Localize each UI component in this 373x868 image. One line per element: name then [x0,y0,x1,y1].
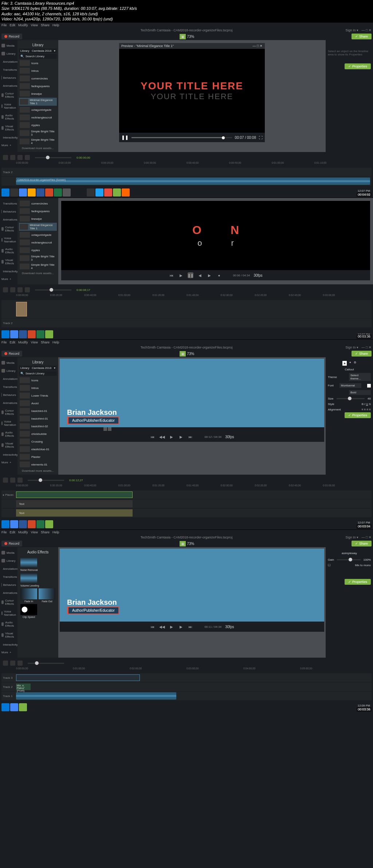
play-button[interactable]: ▶ [178,272,184,278]
library-item[interactable]: Intros [19,384,57,392]
canvas-preview[interactable]: Brian Jackson Author/Publisher/Educator [60,549,324,622]
tab-visual-effects[interactable]: Visual Effects [0,122,17,133]
menu-view[interactable]: View [31,340,38,344]
zoom-level[interactable]: 73% [187,35,194,39]
tab-library[interactable]: Library [0,50,17,58]
pause-button[interactable]: ❚❚ [121,135,129,140]
menu-view[interactable]: View [31,23,38,27]
tl-tool[interactable] [25,287,30,292]
prev-button[interactable]: ⏮ [150,624,156,630]
menu-file[interactable]: File [1,530,7,534]
track-3[interactable]: Track 3 [1,673,372,682]
pause-button[interactable]: ❚❚ [188,272,193,278]
powerpoint-icon[interactable] [28,520,36,528]
fx-clip-speed[interactable]: Clip Speed [20,604,37,618]
effects-icon[interactable]: ✦ [349,361,352,366]
tl-tool[interactable] [17,287,23,292]
tab-annotations[interactable]: Annotations [0,375,17,383]
tab-more[interactable]: More + [0,141,17,149]
tl-split-icon[interactable] [25,155,30,160]
tab-animations[interactable]: Animations [0,589,17,597]
library-item[interactable]: Crossing [19,438,57,445]
library-item[interactable]: elasticblue-01 [19,445,57,453]
download-more[interactable]: Download more assets... [19,468,57,473]
style-buttons[interactable]: B I U S [362,402,371,406]
library-item[interactable]: Minimal Elegance Title 1 [19,223,57,231]
taskbar-app[interactable] [122,188,130,196]
excel-icon[interactable] [36,330,44,338]
track-1-clip[interactable]: CAM2018-recorder-organizeFiles (Screen) [1,177,372,186]
tl-tool[interactable] [3,287,8,292]
rewind-button[interactable]: ◀◀ [159,434,165,440]
menu-modify[interactable]: Modify [18,23,28,27]
menu-edit[interactable]: Edit [10,530,16,534]
word-icon[interactable] [19,520,27,528]
tab-cursor-effects[interactable]: Cursor Effects [0,407,17,418]
track-2[interactable]: Track 2 [1,168,372,176]
tl-cut-icon[interactable] [3,155,8,160]
menu-modify[interactable]: Modify [18,530,28,534]
library-item[interactable]: basicthird-01 [19,415,57,422]
tab-behaviors[interactable]: Behaviors [0,74,17,82]
menu-edit[interactable]: Edit [10,23,16,27]
chrome-icon[interactable] [10,520,18,528]
rewind-button[interactable]: ◀◀ [159,624,165,630]
mix-mono-checkbox[interactable]: ☐ [328,564,330,567]
library-item[interactable]: elements-01 [19,461,57,468]
tab-media[interactable]: Media [0,359,17,367]
tab-more[interactable]: More + [0,459,17,466]
library-item[interactable]: basicthird-02 [19,423,57,430]
tl-tool[interactable] [17,478,23,483]
canvas-preview[interactable]: Brian Jackson Author/Publisher/Educator [60,359,324,432]
tl-copy-icon[interactable] [10,155,15,160]
camtasia-icon[interactable] [45,330,53,338]
fx-volume-leveling[interactable]: Volume Leveling [20,573,39,587]
chrome-icon[interactable] [10,330,18,338]
taskbar-app[interactable] [10,188,18,196]
zoom-slider[interactable] [28,480,64,481]
share-button[interactable]: ✓ Share [352,34,372,39]
tab-cursor-effects[interactable]: Cursor Effects [0,90,17,101]
prev-button[interactable]: ⏮ [150,434,156,440]
tl-tool[interactable] [10,478,15,483]
tl-tool[interactable] [10,661,15,666]
step-fwd-button[interactable]: ▶ [207,272,212,278]
taskbar-app[interactable] [104,188,112,196]
menu-help[interactable]: Help [52,530,59,534]
tab-interactivity[interactable]: Interactivity [0,267,17,275]
fx-fade-out[interactable]: Fade Out [39,588,55,603]
zoom-slider[interactable] [35,289,71,291]
library-item[interactable]: Simple Bright Title 3 [19,254,57,262]
tab-transitions[interactable]: Transitions [0,66,17,74]
taskbar-app[interactable] [95,188,103,196]
camtasia-icon[interactable] [113,188,121,196]
font-select[interactable]: Montserrat [339,383,361,388]
gain-slider[interactable] [337,559,361,560]
tab-animations[interactable]: Animations [0,399,17,407]
track-placeholder[interactable]: ▸ Placer. [1,490,372,499]
step-back-button[interactable]: ◀ [197,272,203,278]
menu-file[interactable]: File [1,23,7,27]
tab-animations[interactable]: Animations [0,215,17,223]
tab-visual-effects[interactable]: Visual Effects [0,256,17,267]
tab-audio-effects[interactable]: Audio Effects [0,245,17,256]
record-button[interactable]: Record [1,351,22,357]
tab-transitions[interactable]: Transitions [0,199,17,207]
library-item[interactable]: Simple Bright Title 3 [19,129,57,137]
preview-progress[interactable] [131,137,232,138]
menu-view[interactable]: View [31,530,38,534]
menu-edit[interactable]: Edit [10,340,16,344]
properties-button[interactable]: ✓ Properties [345,63,371,69]
start-icon[interactable] [1,330,9,338]
properties-button[interactable]: ✓ Properties [345,412,371,418]
start-icon[interactable] [1,188,9,196]
library-item[interactable]: Avoid [19,400,57,407]
tab-media[interactable]: Media [0,549,17,557]
track-text-2[interactable]: Text [1,509,372,517]
signin-link[interactable]: Sign In ▾ [345,28,358,32]
tab-annotations[interactable]: Annotations [0,58,17,66]
library-item[interactable]: ripples [19,121,57,129]
tab-library[interactable]: Library [0,367,17,375]
taskbar-app[interactable] [28,188,36,196]
preview-close[interactable]: — □ ✕ [253,44,263,48]
